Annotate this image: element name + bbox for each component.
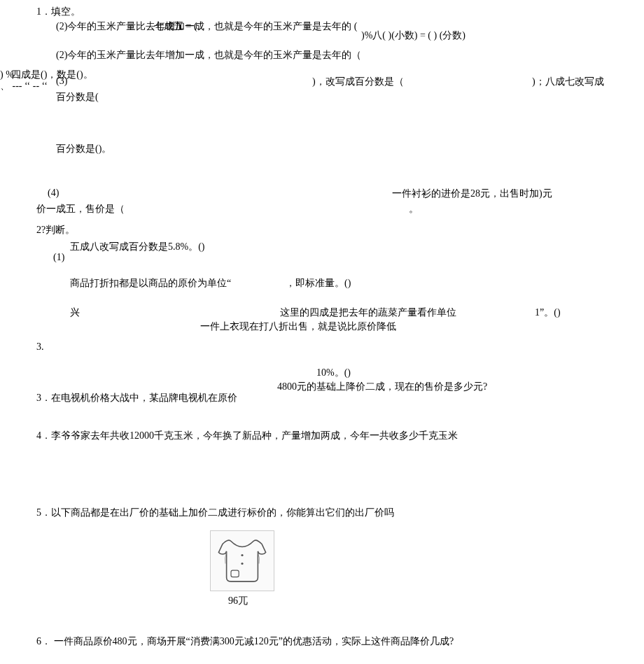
q1-overlay-line1b: 七成五 = (: [154, 20, 197, 33]
q2-percent: 10%。(): [316, 367, 351, 379]
svg-rect-2: [231, 570, 239, 577]
svg-point-0: [241, 554, 243, 556]
baifenshu-shi2: 百分数是()。: [56, 143, 111, 155]
q2-item1-text: 五成八改写成百分数是5.8%。(): [70, 241, 205, 253]
worksheet-page: 1．填空。 (2)今年的玉米产量比去年增加一成，也就是今年的玉米产量是去年的 (…: [0, 0, 644, 664]
q1-item3-tail1: )，改写成百分数是（: [312, 76, 404, 88]
q2-mid1-tail: ，即标准量。(): [286, 277, 351, 290]
q2-line-a-tail: 1”。(): [535, 306, 561, 319]
q1-item2: (2)今年的玉米产量比去年增加一成，也就是今年的玉米产量是去年的（: [56, 49, 361, 62]
q1-overlay-line1: (2)今年的玉米产量比去年增加一成，也就是今年的玉米产量是去年的 (: [56, 20, 358, 33]
q6-text: 6． 一件商品原价480元，商场开展“消费满300元减120元”的优惠活动，实际…: [36, 635, 454, 648]
q4-text: 4．李爷爷家去年共收12000千克玉米，今年换了新品种，产量增加两成，今年一共收…: [36, 430, 458, 442]
q3-tail: 4800元的基础上降价二成，现在的售价是多少元?: [277, 381, 487, 393]
q3-num: 3.: [36, 341, 44, 353]
shirt-image: [210, 530, 274, 591]
q1-heading: 1．填空。: [36, 6, 80, 18]
q2-mid1: 商品打折扣都是以商品的原价为单位“: [70, 277, 231, 290]
q5-text: 5．以下商品都是在出厂价的基础上加价二成进行标价的，你能算出它们的出厂价吗: [36, 507, 394, 519]
q2-line-a: 这里的四成是把去年的蔬菜产量看作单位: [280, 306, 456, 319]
q1-item4-dot: 。: [409, 203, 419, 216]
q2-line-b: 一件上衣现在打八折出售，就是说比原价降低: [200, 320, 396, 333]
q1-item3-tail2: )；八成七改写成: [532, 76, 604, 88]
q2-xing: 兴: [70, 306, 80, 319]
baifenshu-shi: 百分数是(: [56, 91, 99, 104]
q2-item1-num: (1): [53, 252, 64, 263]
left-fragment-b: 、 --- ‘‘ -- ‘‘: [0, 80, 48, 92]
q1-item4-right: 一件衬衫的进价是28元，出售时加)元: [392, 188, 552, 200]
svg-point-1: [241, 563, 243, 565]
q1-overlay-tail: )%八( )(小数) = ( ) (分数): [361, 29, 465, 42]
q1-item4-line2a: 价一成五，售价是（: [36, 203, 125, 216]
q1-item4-num: (4): [48, 188, 59, 199]
shirt-icon: [214, 535, 270, 587]
q1-item3-num: (3): [56, 76, 67, 87]
q2-heading: 2?判断。: [36, 224, 75, 236]
q3-text: 3．在电视机价格大战中，某品牌电视机在原价: [36, 392, 237, 404]
shirt-price-label: 96兀: [228, 595, 248, 607]
